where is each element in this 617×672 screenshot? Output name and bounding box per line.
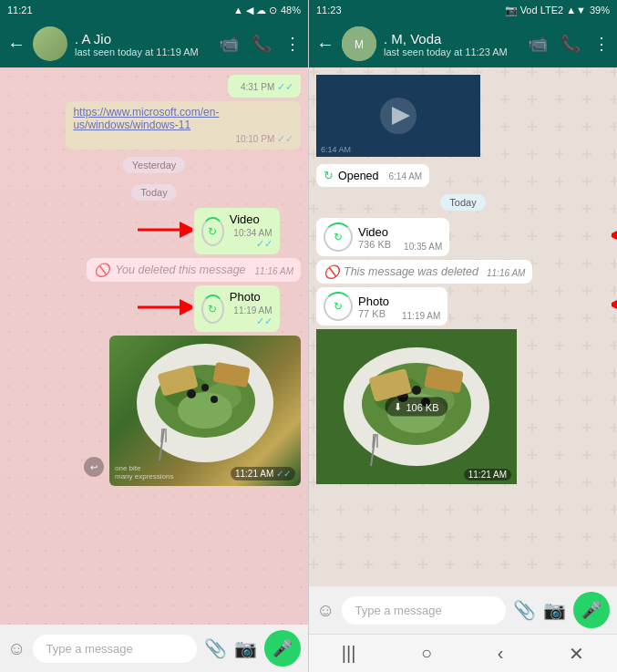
forward-button[interactable]: ↩ [84,457,104,477]
deleted-text-left: You deleted this message [115,264,245,276]
time-left: 11:21 [7,5,33,16]
mic-button-left[interactable]: 🎤 [264,630,301,667]
food-overlay-text: one bitemany expressions [115,464,173,481]
food-time-left: 11:21 AM ✓✓ [231,467,295,481]
contact-status-left: last seen today at 11:19 AM [75,47,211,57]
contact-name-right: . M, Voda [384,31,520,47]
phone-icon-left[interactable]: 📞 [252,34,272,54]
deleted-text-right: This message was deleted [344,265,478,278]
chat-header-right: ← M . M, Voda last seen today at 11:23 A… [309,20,617,67]
emoji-icon-right[interactable]: ☺ [316,600,334,621]
svg-text:M: M [355,38,364,51]
photo-time-left: 11:19 AM ✓✓ [230,305,273,327]
link-text[interactable]: https://www.microsoft.com/en-us/windows/… [73,106,293,131]
chat-area-left: 4:31 PM ✓✓ https://www.microsoft.com/en-… [0,67,308,625]
video-row-right: ↻ Video 736 KB 10:35 AM [316,218,610,256]
nav-recent-icon[interactable]: ||| [342,643,356,664]
video-msg-right: ↻ Video 736 KB 10:35 AM [316,218,449,256]
deleted-msg-right: 🚫 This message was deleted 11:16 AM [316,260,532,284]
video-thumbnail-right: 6:14 AM [316,75,480,157]
contact-info-right: . M, Voda last seen today at 11:23 AM [384,31,520,57]
food-image-left: 11:21 AM ✓✓ one bitemany expressions ↩ [109,336,301,486]
deleted-time-left: 11:16 AM [255,266,293,276]
status-bar-right: 11:23 📷 Vod LTE2 ▲▼ 39% [309,0,617,20]
msg-time-1: 4:31 PM ✓✓ [235,81,293,93]
download-badge-right[interactable]: ⬇ 106 KB [385,398,447,417]
opened-time-right: 6:14 AM [388,171,422,181]
menu-icon-left[interactable]: ⋮ [284,34,301,54]
header-icons-right: 📹 📞 ⋮ [528,34,610,54]
camera-icon-left[interactable]: 📷 [234,637,257,659]
svg-text:6:14 AM: 6:14 AM [321,145,351,154]
chat-area-right: 6:14 AM ↻ Opened 6:14 AM Today ↻ Video 7… [309,67,617,586]
video-spinner-left: ↻ [201,217,224,246]
svg-point-4 [178,392,232,429]
contact-status-right: last seen today at 11:23 AM [384,47,520,57]
red-arrow-video-left [138,216,192,243]
right-chat-panel: 11:23 📷 Vod LTE2 ▲▼ 39% ← M . M, Voda la… [308,0,617,672]
message-input-right[interactable]: Type a message [342,596,506,625]
signal-icons-left: ▲ ◀ ☁ ⊙ [233,5,277,16]
nav-back-icon[interactable]: ‹ [498,643,504,664]
svg-point-5 [187,389,196,398]
deleted-icon-right: 🚫 [324,264,339,279]
signal-icons-right: 📷 Vod LTE2 ▲▼ [505,5,586,16]
video-time-left: 10:34 AM ✓✓ [230,228,273,250]
opened-msg-right: ↻ Opened 6:14 AM [316,164,429,187]
red-arrow-photo-left [138,294,192,321]
header-icons-left: 📹 📞 ⋮ [219,34,301,54]
svg-line-11 [161,429,162,442]
date-badge-today-left: Today [131,184,176,201]
emoji-icon-left[interactable]: ☺ [7,638,26,659]
back-button-left[interactable]: ← [7,34,26,55]
left-chat-panel: 11:21 ▲ ◀ ☁ ⊙ 48% ← . A Jio last seen to… [0,0,308,672]
attach-icon-left[interactable]: 📎 [204,637,227,659]
menu-icon-right[interactable]: ⋮ [593,34,610,54]
photo-msg-right: ↻ Photo 77 KB 11:19 AM [316,287,447,326]
food-img-svg-left [109,336,301,479]
deleted-msg-left: 🚫 You deleted this message 11:16 AM [87,258,301,282]
food-time-right: 11:21 AM [464,469,511,481]
video-call-icon-right[interactable]: 📹 [528,34,548,54]
nav-bar-right: ||| ○ ‹ ✕ [309,634,617,672]
video-call-icon-left[interactable]: 📹 [219,34,239,54]
deleted-icon-left: 🚫 [94,263,109,277]
opened-text-right: Opened [338,170,378,182]
photo-spinner-left: ↻ [201,295,224,324]
date-badge-today-right: Today [440,194,485,211]
photo-label-right: Photo [358,295,389,308]
date-badge-yesterday: Yesterday [123,157,186,173]
input-bar-right: ☺ Type a message 📎 📷 🎤 [309,586,617,634]
chat-header-left: ← . A Jio last seen today at 11:19 AM 📹 … [0,20,308,67]
photo-time-right: 11:19 AM [402,311,440,321]
red-arrow-video-right [612,222,617,249]
food-image-right: ⬇ 106 KB 11:21 AM [316,329,517,484]
svg-point-6 [211,396,218,403]
link-time: 10:10 PM ✓✓ [73,133,293,145]
contact-info-left: . A Jio last seen today at 11:19 AM [75,31,211,57]
video-spinner-right: ↻ [324,222,353,252]
svg-point-7 [201,384,209,391]
time-right: 11:23 [316,5,342,16]
svg-point-27 [412,386,421,395]
back-button-right[interactable]: ← [316,34,334,55]
opened-icon-right: ↻ [324,169,334,182]
nav-apps-icon[interactable]: ✕ [569,643,584,665]
photo-msg-left: ↻ Photo 11:19 AM ✓✓ [194,285,280,332]
camera-icon-right[interactable]: 📷 [543,599,566,621]
mic-button-right[interactable]: 🎤 [573,592,610,628]
svg-line-31 [373,434,374,448]
avatar-left [33,26,67,61]
message-input-left[interactable]: Type a message [33,635,197,663]
deleted-time-right: 11:16 AM [487,268,525,278]
nav-home-icon[interactable]: ○ [421,643,432,664]
contact-name-left: . A Jio [75,31,211,47]
battery-left: 48% [281,5,301,16]
phone-icon-right[interactable]: 📞 [560,34,581,54]
photo-spinner-right: ↻ [324,292,353,321]
avatar-right: M [342,26,376,61]
video-label-left: Video [230,212,273,226]
status-bar-left: 11:21 ▲ ◀ ☁ ⊙ 48% [0,0,308,20]
download-size-right: 106 KB [406,401,438,412]
attach-icon-right[interactable]: 📎 [513,599,536,621]
